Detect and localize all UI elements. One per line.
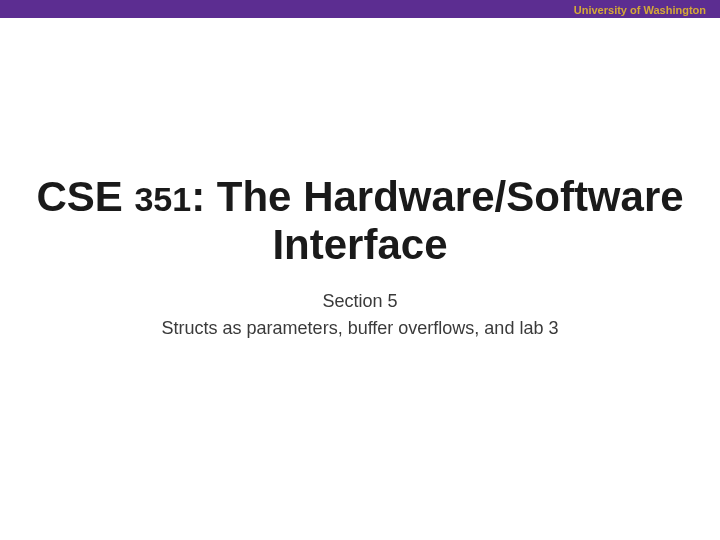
- section-number: Section 5: [0, 288, 720, 315]
- title-suffix: : The Hardware/Software Interface: [191, 173, 683, 268]
- section-description: Structs as parameters, buffer overflows,…: [0, 315, 720, 342]
- slide-content: CSE 351: The Hardware/Software Interface…: [0, 18, 720, 342]
- course-number: 351: [134, 180, 191, 218]
- institution-label: University of Washington: [574, 4, 706, 16]
- slide-title: CSE 351: The Hardware/Software Interface: [0, 173, 720, 270]
- subtitle-block: Section 5 Structs as parameters, buffer …: [0, 288, 720, 342]
- course-prefix: CSE: [36, 173, 134, 220]
- header-bar: University of Washington: [0, 0, 720, 18]
